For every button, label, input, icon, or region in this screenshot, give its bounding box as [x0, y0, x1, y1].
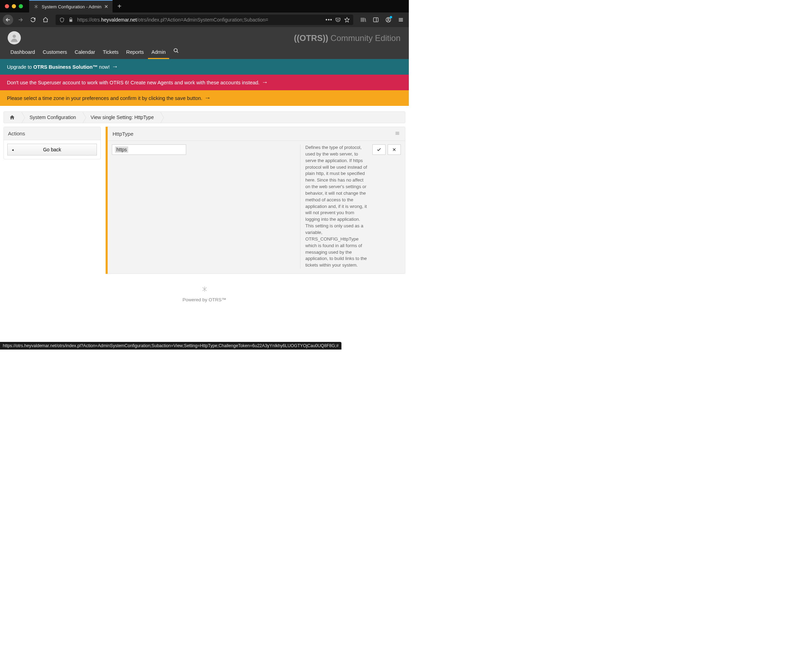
library-icon[interactable]	[358, 15, 369, 25]
banner-text: Upgrade to OTRS Business Solution™ now!	[7, 64, 110, 70]
window-controls	[0, 4, 28, 8]
setting-input-column: https	[112, 144, 295, 269]
cancel-button[interactable]	[388, 144, 401, 155]
setting-value: https	[115, 147, 128, 153]
svg-point-3	[13, 35, 16, 38]
pocket-icon[interactable]	[335, 17, 341, 23]
main-nav: Dashboard Customers Calendar Tickets Rep…	[7, 44, 182, 59]
tab-title: System Configuration - Admin	[42, 4, 102, 9]
forward-button[interactable]	[15, 15, 26, 25]
status-bar: https://otrs.heyvaldemar.net/otrs/index.…	[0, 342, 341, 349]
page-actions-icon[interactable]: •••	[326, 17, 332, 23]
lock-icon[interactable]	[68, 17, 73, 23]
user-avatar[interactable]	[8, 31, 21, 44]
new-tab-button[interactable]: +	[113, 2, 127, 11]
breadcrumb-current: View single Setting: HttpType	[82, 112, 160, 123]
address-bar[interactable]: https://otrs.heyvaldemar.net/otrs/index.…	[56, 15, 353, 25]
maximize-window-button[interactable]	[19, 4, 23, 8]
check-icon	[377, 147, 382, 152]
brand-title: ((OTRS)) Community Edition	[294, 33, 400, 43]
account-icon[interactable]	[383, 15, 394, 25]
setting-header: HttpType	[108, 127, 405, 141]
arrow-right-icon: →	[261, 79, 268, 86]
setting-description: Defines the type of protocol, used by th…	[300, 144, 367, 269]
nav-reports[interactable]: Reports	[123, 46, 147, 59]
menu-icon[interactable]	[396, 15, 406, 25]
home-button[interactable]	[40, 15, 51, 25]
content: System Configuration View single Setting…	[0, 111, 409, 314]
footer-logo-icon	[3, 286, 405, 294]
svg-rect-0	[374, 18, 378, 22]
back-button[interactable]	[3, 15, 13, 25]
powered-by: Powered by OTRS™	[3, 297, 405, 302]
setting-menu-icon[interactable]	[395, 131, 400, 137]
browser-toolbar: https://otrs.heyvaldemar.net/otrs/index.…	[0, 12, 409, 27]
go-back-button[interactable]: ◂ Go back	[7, 144, 97, 156]
upgrade-banner[interactable]: Upgrade to OTRS Business Solution™ now! …	[0, 59, 409, 75]
setting-value-input[interactable]: https	[112, 144, 186, 155]
superuser-warning-banner[interactable]: Don't use the Superuser account to work …	[0, 75, 409, 90]
app-header: ((OTRS)) Community Edition Dashboard Cus…	[0, 27, 409, 59]
sidebar: Actions ◂ Go back	[3, 127, 101, 159]
browser-tab[interactable]: System Configuration - Admin ✕	[29, 0, 113, 12]
tab-close-icon[interactable]: ✕	[104, 4, 108, 9]
breadcrumb-home[interactable]	[4, 112, 21, 123]
main-panel-wrap: HttpType https Defines the type of proto…	[106, 127, 405, 274]
arrow-right-icon: →	[112, 63, 118, 70]
breadcrumb: System Configuration View single Setting…	[3, 111, 405, 123]
banner-text: Please select a time zone in your prefer…	[7, 95, 203, 101]
timezone-banner[interactable]: Please select a time zone in your prefer…	[0, 90, 409, 106]
tab-bar: System Configuration - Admin ✕ +	[0, 0, 409, 12]
nav-admin[interactable]: Admin	[148, 46, 169, 59]
go-back-label: Go back	[43, 147, 61, 152]
close-icon	[392, 148, 396, 152]
actions-title: Actions	[4, 127, 100, 140]
setting-actions	[372, 144, 401, 269]
sidebar-icon[interactable]	[371, 15, 381, 25]
nav-tickets[interactable]: Tickets	[99, 46, 122, 59]
bookmark-icon[interactable]	[344, 17, 350, 23]
banner-text: Don't use the Superuser account to work …	[7, 80, 260, 86]
url-text: https://otrs.heyvaldemar.net/otrs/index.…	[77, 17, 323, 23]
svg-point-4	[174, 48, 177, 52]
svg-point-2	[388, 19, 389, 20]
reload-button[interactable]	[28, 15, 38, 25]
breadcrumb-sysconfig[interactable]: System Configuration	[21, 112, 82, 123]
arrow-right-icon: →	[205, 94, 211, 102]
minimize-window-button[interactable]	[12, 4, 16, 8]
save-button[interactable]	[372, 144, 386, 155]
chevron-left-icon: ◂	[12, 148, 14, 152]
close-window-button[interactable]	[5, 4, 9, 8]
nav-customers[interactable]: Customers	[39, 46, 70, 59]
footer: Powered by OTRS™	[3, 274, 405, 314]
nav-calendar[interactable]: Calendar	[71, 46, 99, 59]
home-icon	[9, 115, 15, 120]
favicon-icon	[33, 4, 39, 9]
nav-search-icon[interactable]	[170, 44, 182, 59]
nav-dashboard[interactable]: Dashboard	[7, 46, 39, 59]
shield-icon[interactable]	[59, 17, 65, 23]
actions-panel: Actions ◂ Go back	[3, 127, 101, 159]
setting-name: HttpType	[113, 131, 133, 137]
browser-chrome: System Configuration - Admin ✕ + https:/…	[0, 0, 409, 27]
